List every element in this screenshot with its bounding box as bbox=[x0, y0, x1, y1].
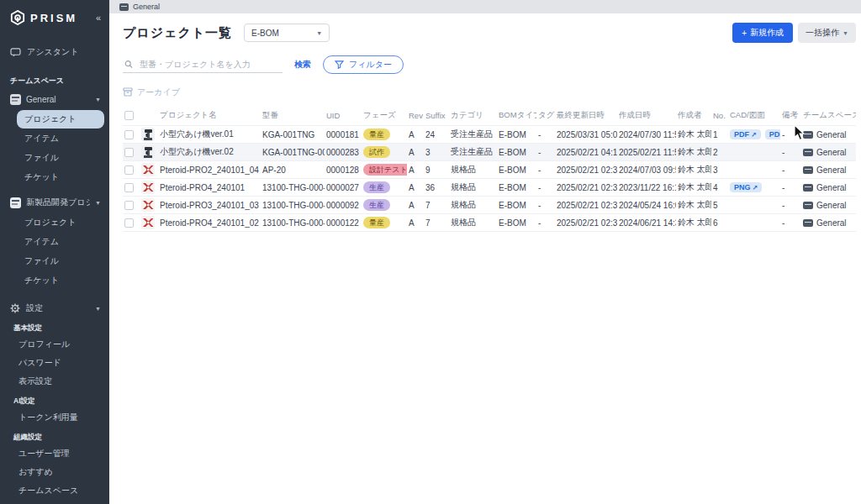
column-header: Rev bbox=[407, 107, 424, 126]
row-checkbox[interactable] bbox=[124, 218, 134, 228]
external-link-icon: ↗ bbox=[753, 184, 758, 192]
table-row[interactable]: 小型穴あけ機ver.01KGA-001TNG0000181量産A24受注生産品E… bbox=[123, 126, 856, 144]
settings-item[interactable]: おすすめ bbox=[0, 463, 109, 481]
table-row[interactable]: 小型穴あけ機ver.02KGA-001TNG-0010000283試作A3受注生… bbox=[123, 144, 856, 161]
teamspace-section-label: チームスペース bbox=[0, 66, 109, 88]
phase-badge: 設計テスト bbox=[363, 164, 407, 176]
topbar-tab-general[interactable]: General bbox=[119, 3, 160, 11]
app-logo: PRISM « bbox=[0, 0, 109, 32]
column-header: 備考 bbox=[780, 107, 801, 126]
search-input[interactable] bbox=[138, 59, 281, 70]
sidebar-item-nav[interactable]: ファイル bbox=[17, 252, 104, 270]
number-cell: 6 bbox=[711, 214, 728, 232]
row-thumb-cell bbox=[140, 144, 158, 161]
suffix-cell: 36 bbox=[424, 179, 449, 197]
workspace-icon bbox=[803, 149, 813, 156]
cad-file-chip[interactable]: PDF↗ bbox=[730, 129, 761, 139]
search-icon bbox=[124, 60, 133, 69]
teamspace-name: General bbox=[816, 201, 847, 210]
tag-cell: - bbox=[536, 179, 555, 197]
workspace-header[interactable]: 新製品開発プロジェクト▼ bbox=[0, 191, 109, 213]
teamspace-cell: General bbox=[801, 161, 856, 179]
table-row[interactable]: Pteroid-PRO4_24010113100-THG-000-2401010… bbox=[123, 179, 856, 197]
cad-files-cell bbox=[728, 144, 780, 161]
row-checkbox-cell bbox=[123, 197, 140, 214]
sidebar-item-assistant[interactable]: アシスタント bbox=[0, 39, 109, 66]
sidebar-item-settings[interactable]: 設定 ▼ bbox=[0, 294, 109, 318]
sidebar-item-project-selected[interactable]: プロジェクト bbox=[17, 110, 104, 129]
sidebar: PRISM « アシスタント チームスペース General▼プロジェクトアイテ… bbox=[0, 0, 109, 504]
workspace-items: プロジェクトアイテムファイルチケット bbox=[0, 110, 109, 191]
teamspace-value: General bbox=[803, 183, 854, 192]
teamspace-value: General bbox=[803, 165, 854, 175]
chevron-down-icon: ▼ bbox=[95, 97, 101, 102]
row-checkbox[interactable] bbox=[124, 183, 134, 192]
project-name-cell: Pteroid-PRO2_240101_04 bbox=[158, 161, 261, 179]
table-row[interactable]: Pteroid-PRO3_240101_0313100-THG-000-2401… bbox=[123, 197, 856, 214]
project-thumbnail bbox=[141, 145, 156, 159]
filter-button[interactable]: フィルター bbox=[323, 55, 404, 74]
plus-icon: + bbox=[742, 29, 747, 38]
settings-item[interactable]: トークン利用量 bbox=[0, 408, 109, 427]
settings-item[interactable]: パスワード bbox=[0, 354, 109, 372]
category-cell: 規格品 bbox=[449, 197, 497, 214]
rev-cell: A bbox=[407, 197, 424, 214]
settings-item[interactable]: 表示設定 bbox=[0, 372, 109, 391]
bom-type-select[interactable]: E-BOM ▼ bbox=[244, 24, 330, 42]
row-checkbox[interactable] bbox=[124, 165, 134, 175]
row-checkbox[interactable] bbox=[124, 201, 134, 210]
uid-cell: 0000128 bbox=[325, 161, 362, 179]
model-number-cell: 13100-THG-000-240101 bbox=[261, 179, 325, 197]
bulk-actions-button[interactable]: 一括操作 ▼ bbox=[798, 23, 856, 43]
table-row[interactable]: Pteroid-PRO2_240101_04AP-200000128設計テストA… bbox=[123, 161, 856, 179]
teamspace-value: General bbox=[803, 148, 854, 157]
teamspace-cell: General bbox=[801, 126, 856, 144]
sidebar-item-nav[interactable]: チケット bbox=[17, 271, 104, 290]
uid-cell: 0000283 bbox=[325, 144, 362, 161]
gear-icon bbox=[10, 303, 20, 313]
rev-cell: A bbox=[407, 144, 424, 161]
row-checkbox[interactable] bbox=[124, 130, 134, 139]
teamspace-name: General bbox=[816, 218, 847, 228]
workspace-items: プロジェクトアイテムファイルチケット bbox=[0, 213, 109, 294]
select-all-checkbox[interactable] bbox=[124, 111, 134, 120]
search-button[interactable]: 検索 bbox=[294, 59, 311, 71]
model-number-cell: 13100-THG-000-240102 bbox=[261, 197, 325, 214]
cad-file-chip[interactable]: PDF↗ bbox=[765, 129, 780, 139]
archive-link[interactable]: アーカイブ bbox=[123, 87, 180, 98]
suffix-cell: 7 bbox=[424, 214, 449, 232]
phase-cell: 設計テスト bbox=[362, 161, 407, 179]
rev-cell: A bbox=[407, 214, 424, 232]
settings-item[interactable]: チームスペース bbox=[0, 481, 109, 500]
model-number-cell: AP-20 bbox=[261, 161, 325, 179]
table-row[interactable]: Pteroid-PRO4_240101_0213100-THG-000-2401… bbox=[123, 214, 856, 232]
project-thumbnail bbox=[141, 163, 156, 176]
number-cell: 2 bbox=[711, 144, 728, 161]
phase-cell: 量産 bbox=[362, 214, 407, 232]
sidebar-item-nav[interactable]: ファイル bbox=[17, 149, 104, 167]
row-checkbox[interactable] bbox=[124, 148, 134, 157]
settings-item[interactable]: プロフィール bbox=[0, 335, 109, 354]
settings-item[interactable]: ユーザー管理 bbox=[0, 444, 109, 463]
page-title: プロジェクト一覧 bbox=[123, 25, 232, 41]
settings-group-label: 基本設定 bbox=[0, 318, 109, 335]
settings-item[interactable]: 取引先 bbox=[0, 500, 109, 504]
project-name-cell: 小型穴あけ機ver.01 bbox=[158, 126, 261, 144]
row-checkbox-cell bbox=[123, 126, 140, 144]
category-cell: 規格品 bbox=[449, 214, 497, 232]
workspace-icon bbox=[10, 94, 21, 105]
phase-badge: 生産 bbox=[363, 199, 390, 211]
create-new-button[interactable]: + 新規作成 bbox=[732, 23, 793, 43]
chevron-down-icon: ▼ bbox=[95, 306, 101, 312]
sidebar-item-nav[interactable]: アイテム bbox=[17, 233, 104, 251]
sidebar-item-nav[interactable]: プロジェクト bbox=[17, 213, 104, 232]
teamspace-cell: General bbox=[801, 179, 856, 197]
sidebar-item-nav[interactable]: アイテム bbox=[17, 129, 104, 148]
category-cell: 受注生産品 bbox=[449, 126, 497, 144]
sidebar-item-nav[interactable]: チケット bbox=[17, 168, 104, 186]
sidebar-collapse-icon[interactable]: « bbox=[96, 13, 101, 23]
column-header: カテゴリ bbox=[449, 107, 497, 126]
workspace-header[interactable]: General▼ bbox=[0, 88, 109, 109]
cad-file-chip[interactable]: PNG↗ bbox=[730, 182, 762, 192]
project-name-cell: Pteroid-PRO4_240101 bbox=[158, 179, 261, 197]
